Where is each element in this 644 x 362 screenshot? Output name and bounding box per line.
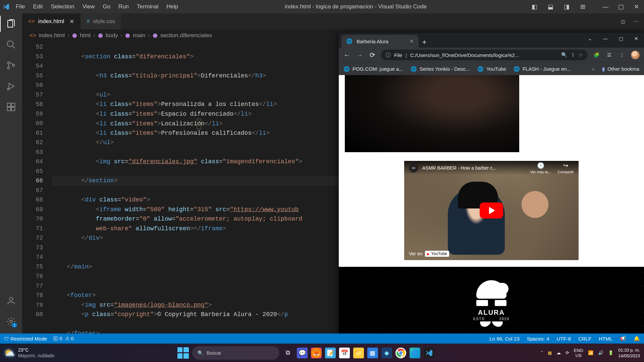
indentation-indicator[interactable]: Spaces: 4 [527,336,549,342]
breadcrumb-item[interactable]: body [106,32,118,39]
profile-avatar[interactable] [631,50,640,60]
svg-rect-5 [7,103,11,107]
menu-go[interactable]: Go [99,0,114,13]
address-bar[interactable]: ⓘ File | C:/Users/sun_f/OneDrive/Documen… [381,50,588,60]
youtube-embed[interactable]: ✂ ASMR BARBER - How a barber c... 🕓Ver m… [404,161,579,260]
bookmark-item[interactable]: 🌐FLASH - Juegue en... [514,66,571,72]
bookmark-star-icon[interactable]: ☆ [579,52,583,58]
battery-icon[interactable]: 🔋 [608,350,613,355]
video-title: ASMR BARBER - How a barber c... [422,165,526,171]
minimize-button[interactable]: — [598,33,613,44]
bookmark-item[interactable]: 🌐Series Yonkis - Desc... [411,66,470,72]
forward-button[interactable]: → [356,51,364,59]
chevron-down-icon[interactable]: ⌄ [582,33,598,44]
restricted-mode-indicator[interactable]: 🛡 Restricted Mode [4,336,47,342]
extensions-icon[interactable] [6,102,16,112]
share-button[interactable]: ↪Compartir [558,162,574,174]
menu-edit[interactable]: Edit [29,0,47,13]
menu-run[interactable]: Run [114,0,133,13]
share-icon[interactable]: ⇪ [571,52,575,58]
tray-app-icon[interactable]: ▦ [548,350,552,355]
new-tab-button[interactable]: ＋ [419,36,430,48]
browser-tab[interactable]: 🌐 Barberia Alura ✕ [341,35,419,48]
menu-help[interactable]: Help [162,0,182,13]
more-actions-icon[interactable]: ⋯ [633,19,638,24]
vscode-taskbar-icon[interactable] [424,348,434,358]
close-button[interactable]: ✕ [629,33,644,44]
language-indicator[interactable]: ENG US [574,348,583,358]
watch-later-button[interactable]: 🕓Ver más ta... [530,162,551,174]
notifications-icon[interactable]: 🔔 [634,336,640,342]
bookmark-item[interactable]: 🌐YouTube [477,66,506,72]
maximize-button[interactable]: ▢ [613,0,629,13]
eol-indicator[interactable]: CRLF [578,336,591,342]
menu-view[interactable]: View [78,0,99,13]
play-button-icon[interactable] [480,202,503,219]
svg-point-0 [7,41,13,47]
close-tab-icon[interactable]: ✕ [410,38,414,44]
start-button[interactable] [177,347,189,359]
toggle-panel-left-icon[interactable]: ◧ [529,3,539,10]
reading-list-icon[interactable]: ☰ [605,52,613,58]
search-icon[interactable] [6,39,16,50]
breadcrumb-file[interactable]: index.html [39,32,65,39]
minimize-button[interactable]: — [598,0,613,13]
file-explorer-icon[interactable]: 📁 [353,348,364,358]
maximize-button[interactable]: ▢ [613,33,629,44]
problems-indicator[interactable]: ⓧ 0 ⚠ 0 [53,336,73,342]
weather-widget[interactable]: ⛅ 23°C Mayorm. nublado [4,347,71,359]
cursor-position[interactable]: Ln 66, Col 23 [490,336,520,342]
run-debug-icon[interactable] [6,81,16,92]
tab-style-css[interactable]: # style.css [80,13,121,29]
back-button[interactable]: ← [343,51,351,59]
notepad-icon[interactable]: 📝 [325,348,336,358]
menu-file[interactable]: File [12,0,29,13]
customize-layout-icon[interactable]: ⊞ [578,3,588,10]
titlebar: File Edit Selection View Go Run Terminal… [0,0,644,13]
watch-on-youtube-link[interactable]: Ver en YouTube [409,251,449,257]
taskbar-search[interactable]: 🔍 Buscar [192,346,279,360]
firefox-icon[interactable]: 🦊 [311,348,322,358]
split-editor-icon[interactable]: ◫ [621,19,625,24]
other-bookmarks-folder[interactable]: ▮Other bookma [602,66,639,72]
source-control-icon[interactable] [6,60,16,71]
alura-logo: ALURA ESTD2020 [471,280,512,335]
language-mode[interactable]: HTML [599,336,612,342]
app-icon[interactable]: ◆ [381,348,392,358]
bookmark-overflow-icon[interactable]: » [592,66,595,72]
menu-selection[interactable]: Selection [47,0,78,13]
tab-index-html[interactable]: <> index.html ✕ [22,13,80,29]
encoding-indicator[interactable]: UTF-8 [556,336,571,342]
feedback-icon[interactable]: 📢 [620,336,626,342]
task-view-icon[interactable]: ⧉ [283,348,293,358]
explorer-icon[interactable] [6,18,16,29]
reload-button[interactable]: ⟳ [368,51,376,59]
toggle-panel-bottom-icon[interactable]: ⬓ [545,3,555,10]
menu-terminal[interactable]: Terminal [133,0,162,13]
close-button[interactable]: ✕ [629,0,644,13]
breadcrumb-item[interactable]: section.diferenciales [160,32,212,39]
edge-icon[interactable]: 🌀 [410,348,420,358]
clock[interactable]: 01:33 p. m. 14/05/2023 [618,347,640,359]
onedrive-icon[interactable]: ☁ [556,350,561,355]
chrome-icon[interactable] [395,348,406,358]
extensions-puzzle-icon[interactable]: 🧩 [592,52,600,58]
bookmark-item[interactable]: 🌐POG.COM: juegue a... [343,66,403,72]
sync-icon[interactable]: ⟳ [566,350,569,355]
breadcrumb-item[interactable]: html [80,32,91,39]
chat-app-icon[interactable]: 💬 [297,348,308,358]
tray-overflow-icon[interactable]: ˄ [541,350,543,355]
app-icon[interactable]: ▦ [367,348,378,358]
calendar-icon[interactable]: 📅 [339,348,350,358]
wifi-icon[interactable]: 📶 [588,350,593,355]
close-tab-icon[interactable]: ✕ [69,18,74,25]
site-info-icon[interactable]: ⓘ [386,52,391,58]
channel-avatar-icon[interactable]: ✂ [409,163,418,173]
accounts-icon[interactable] [6,295,16,306]
zoom-icon[interactable]: 🔍 [561,52,568,58]
toggle-panel-right-icon[interactable]: ◨ [561,3,572,10]
volume-icon[interactable]: 🔊 [598,350,603,355]
settings-gear-icon[interactable]: 1 [6,316,16,327]
breadcrumb-item[interactable]: main [133,32,145,39]
chrome-menu-icon[interactable]: ⋮ [618,52,626,58]
